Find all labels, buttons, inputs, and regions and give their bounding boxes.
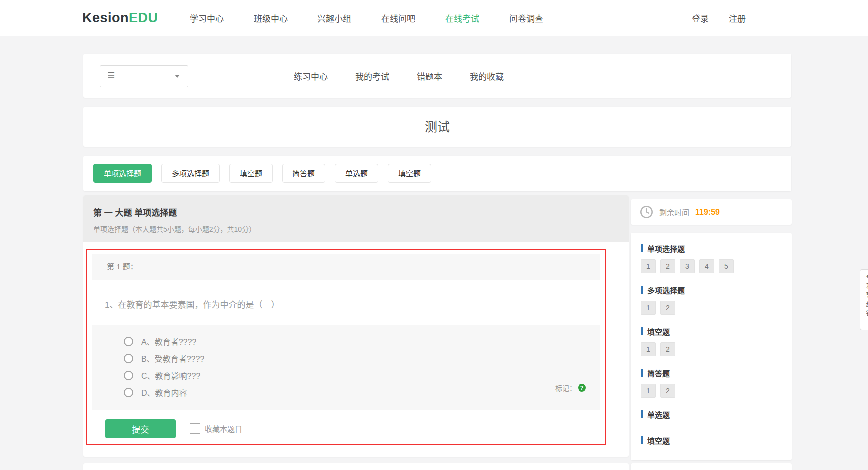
subnav-my-exams[interactable]: 我的考试: [355, 70, 389, 82]
navigator-section-header: 单选题: [641, 409, 792, 419]
radio-option-d[interactable]: [124, 388, 133, 397]
subnav-wrong-question-book[interactable]: 错题本: [417, 70, 442, 82]
question-number-button[interactable]: 1: [641, 384, 656, 398]
top-bar: KesionEDU 学习中心 班级中心 兴趣小组 在线问吧 在线考试 问卷调查 …: [0, 0, 868, 36]
submit-button[interactable]: 提交: [105, 419, 176, 438]
section-subtitle: 单项选择题（本大题共5小题，每小题2分，共10分）: [93, 224, 256, 234]
options-panel: A、教育者???? B、受教育者???? C、教育影响??? D、教育内容 标记…: [92, 325, 600, 410]
brand-logo-edu: EDU: [129, 10, 158, 25]
tab-short-answer[interactable]: 简答题: [282, 164, 325, 183]
question-number-row: 1 2 3 4 5: [641, 259, 792, 273]
auth-links: 登录 注册: [692, 0, 746, 36]
top-nav-item-online-qa[interactable]: 在线问吧: [381, 12, 415, 24]
question-type-tabs-card: 单项选择题 多项选择题 填空题 简答题 单选题 填空题: [83, 156, 791, 191]
question-navigator-card: 单项选择题 1 2 3 4 5 多项选择题 1 2 填空题 1 2: [631, 233, 792, 460]
question-number-button[interactable]: 3: [680, 259, 695, 273]
navigator-section-single-choice: 单项选择题 1 2 3 4 5: [641, 243, 792, 273]
tab-single-choice[interactable]: 单项选择题: [93, 164, 152, 183]
register-link[interactable]: 注册: [729, 12, 746, 24]
next-section-card: [83, 463, 629, 470]
subnav-my-favorites[interactable]: 我的收藏: [470, 70, 504, 82]
timer-card: 剩余时间 119:59: [631, 199, 792, 225]
top-nav-item-interest-groups[interactable]: 兴趣小组: [317, 12, 351, 24]
tab-fill-blank[interactable]: 填空题: [229, 164, 273, 183]
sub-nav-card: ☰ 练习中心 我的考试 错题本 我的收藏: [83, 54, 791, 98]
category-dropdown[interactable]: ☰: [100, 65, 188, 87]
section-header: 第 一 大题 单项选择题 单项选择题（本大题共5小题，每小题2分，共10分）: [83, 195, 629, 242]
navigator-section-short-answer: 简答题 1 2: [641, 368, 792, 398]
question-number-row: 1 2: [641, 342, 792, 356]
question-number-button[interactable]: 2: [660, 301, 675, 315]
option-b-label: B、受教育者????: [141, 352, 204, 364]
question-type-tabs: 单项选择题 多项选择题 填空题 简答题 单选题 填空题: [93, 164, 431, 183]
navigator-section-fill-blank: 填空题 1 2: [641, 326, 792, 356]
radio-option-b[interactable]: [124, 354, 133, 363]
tab-single-select[interactable]: 单选题: [335, 164, 378, 183]
timer-label: 剩余时间: [659, 207, 689, 217]
clock-icon: [640, 205, 653, 219]
option-row-c[interactable]: C、教育影响???: [92, 367, 600, 384]
question-number-button[interactable]: 4: [699, 259, 714, 273]
highlight-red-box: 第 1 题： 1、在教育的基本要素国，作为中介的是（ ） A、教育者???? B…: [86, 249, 606, 445]
mark-question: 标记： ?: [555, 383, 586, 393]
question-number-button[interactable]: 1: [641, 259, 656, 273]
option-row-a[interactable]: A、教育者????: [92, 333, 600, 350]
navigator-section-header: 填空题: [641, 326, 792, 336]
top-nav: 学习中心 班级中心 兴趣小组 在线问吧 在线考试 问卷调查: [190, 0, 543, 36]
navigator-section-single-select: 单选题: [641, 409, 792, 419]
top-nav-item-learning-center[interactable]: 学习中心: [190, 12, 224, 24]
question-stem: 1、在教育的基本要素国，作为中介的是（ ）: [105, 298, 279, 310]
tab-fill-blank-2[interactable]: 填空题: [388, 164, 431, 183]
timer: 剩余时间 119:59: [631, 199, 792, 225]
question-number-row: 1 2: [641, 301, 792, 315]
question-number-button[interactable]: 5: [719, 259, 734, 273]
option-row-d[interactable]: D、教育内容: [92, 384, 600, 401]
report-error-label: 我要纠错: [864, 283, 868, 319]
question-number-button[interactable]: 2: [660, 342, 675, 356]
section-title: 第 一 大题 单项选择题: [93, 206, 177, 218]
question-number-bar: 第 1 题：: [92, 254, 600, 280]
sub-nav-links: 练习中心 我的考试 错题本 我的收藏: [294, 54, 504, 98]
section-accent-bar: [641, 410, 643, 418]
question-number-button[interactable]: 1: [641, 342, 656, 356]
favorite-question-control[interactable]: 收藏本题目: [190, 423, 242, 434]
tab-multiple-choice[interactable]: 多项选择题: [161, 164, 220, 183]
question-card: 第 一 大题 单项选择题 单项选择题（本大题共5小题，每小题2分，共10分） 第…: [83, 195, 629, 457]
chevron-down-icon: [175, 75, 180, 78]
navigator-section-fill-blank-2: 填空题: [641, 435, 792, 445]
brand-logo-kesion: Kesion: [82, 10, 129, 25]
favorite-checkbox[interactable]: [190, 423, 200, 434]
mark-help-icon[interactable]: ?: [578, 384, 586, 392]
question-number-button[interactable]: 2: [660, 384, 675, 398]
subnav-practice-center[interactable]: 练习中心: [294, 70, 328, 82]
brand-logo[interactable]: KesionEDU: [82, 0, 158, 36]
option-row-b[interactable]: B、受教育者????: [92, 350, 600, 367]
section-accent-bar: [641, 327, 643, 335]
navigator-section-multiple-choice: 多项选择题 1 2: [641, 285, 792, 315]
report-error-tab[interactable]: ✎ 我要纠错: [860, 269, 868, 330]
section-accent-bar: [641, 369, 643, 377]
navigator-section-header: 填空题: [641, 435, 792, 445]
section-accent-bar: [641, 436, 643, 444]
radio-option-c[interactable]: [124, 371, 133, 380]
radio-option-a[interactable]: [124, 337, 133, 346]
question-number-row: 1 2: [641, 384, 792, 398]
timer-value: 119:59: [695, 208, 720, 217]
top-nav-item-survey[interactable]: 问卷调查: [509, 12, 543, 24]
question-number-button[interactable]: 2: [660, 259, 675, 273]
option-a-label: A、教育者????: [141, 335, 196, 347]
section-accent-bar: [641, 286, 643, 294]
section-accent-bar: [641, 244, 643, 252]
option-d-label: D、教育内容: [141, 386, 187, 398]
mark-label: 标记：: [555, 383, 576, 393]
top-nav-item-class-center[interactable]: 班级中心: [254, 12, 288, 24]
exam-title-card: 测试: [83, 107, 791, 147]
navigator-section-header: 单项选择题: [641, 243, 792, 253]
hamburger-icon: ☰: [107, 70, 115, 81]
navigator-section-header: 多项选择题: [641, 285, 792, 295]
login-link[interactable]: 登录: [692, 12, 709, 24]
top-nav-item-online-exam[interactable]: 在线考试: [445, 12, 479, 24]
exam-title: 测试: [83, 107, 791, 147]
question-number-button[interactable]: 1: [641, 301, 656, 315]
pencil-icon: ✎: [860, 274, 868, 282]
